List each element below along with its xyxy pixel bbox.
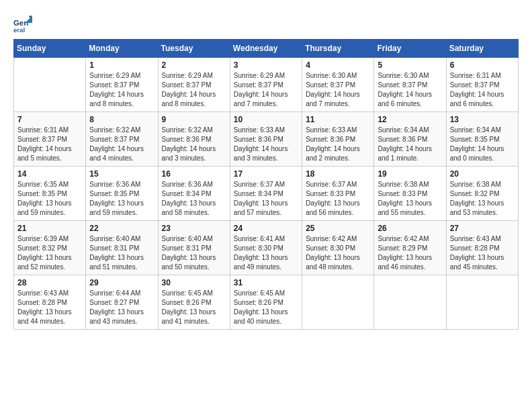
- day-number: 5: [378, 60, 442, 70]
- day-number: 20: [450, 169, 515, 179]
- header-row: SundayMondayTuesdayWednesdayThursdayFrid…: [14, 40, 519, 58]
- day-number: 18: [306, 169, 370, 179]
- calendar-cell: 21Sunrise: 6:39 AM Sunset: 8:32 PM Dayli…: [14, 221, 86, 275]
- day-info: Sunrise: 6:40 AM Sunset: 8:31 PM Dayligh…: [162, 234, 226, 272]
- day-number: 21: [17, 224, 82, 233]
- day-number: 2: [162, 60, 226, 70]
- day-number: 14: [17, 169, 82, 179]
- day-info: Sunrise: 6:43 AM Sunset: 8:28 PM Dayligh…: [450, 234, 515, 272]
- day-number: 6: [450, 60, 515, 70]
- week-row-2: 14Sunrise: 6:35 AM Sunset: 8:35 PM Dayli…: [14, 167, 519, 221]
- calendar-header: SundayMondayTuesdayWednesdayThursdayFrid…: [14, 40, 519, 58]
- calendar-cell: 14Sunrise: 6:35 AM Sunset: 8:35 PM Dayli…: [14, 167, 86, 221]
- logo: Gen eral: [13, 13, 35, 32]
- day-number: 8: [89, 115, 154, 124]
- week-row-4: 28Sunrise: 6:43 AM Sunset: 8:28 PM Dayli…: [14, 275, 519, 330]
- calendar-cell: 10Sunrise: 6:33 AM Sunset: 8:36 PM Dayli…: [230, 112, 302, 167]
- calendar-cell: 6Sunrise: 6:31 AM Sunset: 8:37 PM Daylig…: [446, 58, 518, 112]
- calendar-cell: 26Sunrise: 6:42 AM Sunset: 8:29 PM Dayli…: [374, 221, 446, 275]
- day-info: Sunrise: 6:31 AM Sunset: 8:37 PM Dayligh…: [17, 126, 82, 163]
- column-header-tuesday: Tuesday: [158, 40, 230, 58]
- day-number: 15: [89, 169, 154, 179]
- day-number: 24: [234, 224, 298, 233]
- day-info: Sunrise: 6:29 AM Sunset: 8:37 PM Dayligh…: [89, 71, 154, 109]
- calendar-cell: 4Sunrise: 6:30 AM Sunset: 8:37 PM Daylig…: [302, 58, 374, 112]
- day-info: Sunrise: 6:38 AM Sunset: 8:33 PM Dayligh…: [378, 180, 442, 218]
- calendar-cell: [302, 275, 374, 330]
- day-info: Sunrise: 6:41 AM Sunset: 8:30 PM Dayligh…: [234, 234, 298, 272]
- calendar-cell: 29Sunrise: 6:44 AM Sunset: 8:27 PM Dayli…: [86, 275, 158, 330]
- column-header-sunday: Sunday: [14, 40, 86, 58]
- day-info: Sunrise: 6:37 AM Sunset: 8:33 PM Dayligh…: [306, 180, 370, 218]
- day-number: 3: [234, 60, 298, 70]
- calendar-cell: 23Sunrise: 6:40 AM Sunset: 8:31 PM Dayli…: [158, 221, 230, 275]
- calendar-cell: 3Sunrise: 6:29 AM Sunset: 8:37 PM Daylig…: [230, 58, 302, 112]
- day-info: Sunrise: 6:35 AM Sunset: 8:35 PM Dayligh…: [17, 180, 82, 218]
- day-info: Sunrise: 6:30 AM Sunset: 8:37 PM Dayligh…: [378, 71, 442, 109]
- day-number: 22: [89, 224, 154, 233]
- day-info: Sunrise: 6:42 AM Sunset: 8:30 PM Dayligh…: [306, 234, 370, 272]
- calendar-cell: 12Sunrise: 6:34 AM Sunset: 8:36 PM Dayli…: [374, 112, 446, 167]
- day-number: 31: [234, 278, 298, 287]
- day-info: Sunrise: 6:34 AM Sunset: 8:36 PM Dayligh…: [378, 126, 442, 163]
- calendar-cell: 7Sunrise: 6:31 AM Sunset: 8:37 PM Daylig…: [14, 112, 86, 167]
- calendar-body: 1Sunrise: 6:29 AM Sunset: 8:37 PM Daylig…: [14, 58, 519, 330]
- day-info: Sunrise: 6:32 AM Sunset: 8:36 PM Dayligh…: [162, 126, 226, 163]
- day-info: Sunrise: 6:40 AM Sunset: 8:31 PM Dayligh…: [89, 234, 154, 272]
- day-info: Sunrise: 6:30 AM Sunset: 8:37 PM Dayligh…: [306, 71, 370, 109]
- calendar-cell: [446, 275, 518, 330]
- day-number: 17: [234, 169, 298, 179]
- column-header-friday: Friday: [374, 40, 446, 58]
- day-number: 26: [378, 224, 442, 233]
- day-number: 1: [89, 60, 154, 70]
- day-info: Sunrise: 6:31 AM Sunset: 8:37 PM Dayligh…: [450, 71, 515, 109]
- day-info: Sunrise: 6:29 AM Sunset: 8:37 PM Dayligh…: [162, 71, 226, 109]
- calendar-cell: 13Sunrise: 6:34 AM Sunset: 8:35 PM Dayli…: [446, 112, 518, 167]
- calendar-cell: 28Sunrise: 6:43 AM Sunset: 8:28 PM Dayli…: [14, 275, 86, 330]
- day-info: Sunrise: 6:29 AM Sunset: 8:37 PM Dayligh…: [234, 71, 298, 109]
- day-info: Sunrise: 6:33 AM Sunset: 8:36 PM Dayligh…: [306, 126, 370, 163]
- calendar-cell: 15Sunrise: 6:36 AM Sunset: 8:35 PM Dayli…: [86, 167, 158, 221]
- day-info: Sunrise: 6:45 AM Sunset: 8:26 PM Dayligh…: [162, 289, 226, 326]
- page-header: Gen eral: [13, 13, 519, 32]
- column-header-monday: Monday: [86, 40, 158, 58]
- calendar-cell: [374, 275, 446, 330]
- calendar-cell: 1Sunrise: 6:29 AM Sunset: 8:37 PM Daylig…: [86, 58, 158, 112]
- calendar-table: SundayMondayTuesdayWednesdayThursdayFrid…: [13, 39, 519, 330]
- day-number: 25: [306, 224, 370, 233]
- calendar-cell: 30Sunrise: 6:45 AM Sunset: 8:26 PM Dayli…: [158, 275, 230, 330]
- week-row-3: 21Sunrise: 6:39 AM Sunset: 8:32 PM Dayli…: [14, 221, 519, 275]
- day-number: 29: [89, 278, 154, 287]
- calendar-cell: 5Sunrise: 6:30 AM Sunset: 8:37 PM Daylig…: [374, 58, 446, 112]
- day-info: Sunrise: 6:38 AM Sunset: 8:32 PM Dayligh…: [450, 180, 515, 218]
- calendar-cell: 25Sunrise: 6:42 AM Sunset: 8:30 PM Dayli…: [302, 221, 374, 275]
- calendar-cell: [14, 58, 86, 112]
- week-row-1: 7Sunrise: 6:31 AM Sunset: 8:37 PM Daylig…: [14, 112, 519, 167]
- day-number: 28: [17, 278, 82, 287]
- week-row-0: 1Sunrise: 6:29 AM Sunset: 8:37 PM Daylig…: [14, 58, 519, 112]
- column-header-thursday: Thursday: [302, 40, 374, 58]
- day-info: Sunrise: 6:37 AM Sunset: 8:34 PM Dayligh…: [234, 180, 298, 218]
- calendar-cell: 19Sunrise: 6:38 AM Sunset: 8:33 PM Dayli…: [374, 167, 446, 221]
- calendar-cell: 11Sunrise: 6:33 AM Sunset: 8:36 PM Dayli…: [302, 112, 374, 167]
- day-number: 13: [450, 115, 515, 124]
- day-number: 9: [162, 115, 226, 124]
- calendar-cell: 8Sunrise: 6:32 AM Sunset: 8:37 PM Daylig…: [86, 112, 158, 167]
- calendar-cell: 22Sunrise: 6:40 AM Sunset: 8:31 PM Dayli…: [86, 221, 158, 275]
- svg-text:eral: eral: [13, 26, 25, 32]
- day-number: 27: [450, 224, 515, 233]
- calendar-cell: 17Sunrise: 6:37 AM Sunset: 8:34 PM Dayli…: [230, 167, 302, 221]
- day-info: Sunrise: 6:39 AM Sunset: 8:32 PM Dayligh…: [17, 234, 82, 272]
- calendar-cell: 2Sunrise: 6:29 AM Sunset: 8:37 PM Daylig…: [158, 58, 230, 112]
- column-header-wednesday: Wednesday: [230, 40, 302, 58]
- day-number: 30: [162, 278, 226, 287]
- column-header-saturday: Saturday: [446, 40, 518, 58]
- day-info: Sunrise: 6:44 AM Sunset: 8:27 PM Dayligh…: [89, 289, 154, 326]
- day-number: 11: [306, 115, 370, 124]
- calendar-cell: 24Sunrise: 6:41 AM Sunset: 8:30 PM Dayli…: [230, 221, 302, 275]
- day-info: Sunrise: 6:42 AM Sunset: 8:29 PM Dayligh…: [378, 234, 442, 272]
- day-info: Sunrise: 6:33 AM Sunset: 8:36 PM Dayligh…: [234, 126, 298, 163]
- calendar-cell: 31Sunrise: 6:45 AM Sunset: 8:26 PM Dayli…: [230, 275, 302, 330]
- calendar-cell: 9Sunrise: 6:32 AM Sunset: 8:36 PM Daylig…: [158, 112, 230, 167]
- day-number: 4: [306, 60, 370, 70]
